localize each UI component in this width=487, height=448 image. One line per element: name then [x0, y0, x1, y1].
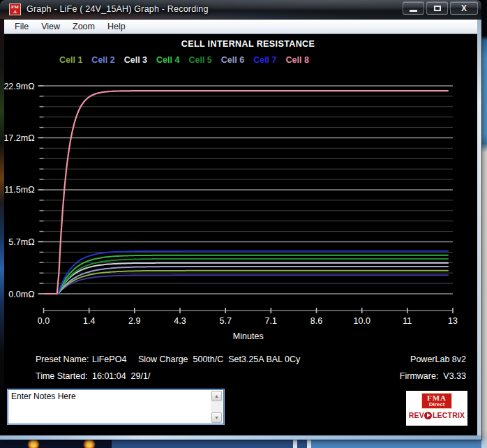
- x-axis-label: 10.0: [354, 316, 370, 326]
- close-icon: X: [461, 3, 467, 13]
- x-axis-label: 5.7: [220, 316, 232, 326]
- revolectrix-arrow-icon: [424, 412, 432, 419]
- series-line-cell-7: [44, 275, 449, 294]
- x-axis-label: 8.6: [310, 316, 322, 326]
- title-bar[interactable]: FM A Graph - LiFe ( 24V_15AH) Graph - Re…: [0, 0, 481, 20]
- y-axis-label: 11.5mΩ: [4, 185, 34, 195]
- minimize-icon: [410, 10, 417, 12]
- x-axis-title: Minutes: [233, 331, 264, 341]
- device-name: PowerLab 8v2: [410, 354, 466, 364]
- minimize-button[interactable]: [403, 1, 424, 15]
- x-axis-label: 4.3: [174, 316, 186, 326]
- maximize-button[interactable]: [426, 1, 448, 15]
- brand-logo: FMA Direct REV LECTRIX: [406, 391, 467, 426]
- x-axis-label: 1.4: [83, 316, 95, 326]
- y-axis-label: 17.2mΩ: [4, 133, 35, 143]
- window-title: Graph - LiFe ( 24V_15AH) Graph - Recordi…: [27, 4, 209, 14]
- menu-zoom[interactable]: Zoom: [66, 20, 101, 33]
- window-frame-bottom: [0, 435, 481, 440]
- series-line-cell-3: [44, 263, 449, 294]
- window-frame-right: [477, 20, 481, 435]
- brand-text-left: REV: [409, 411, 424, 419]
- app-window: FM A Graph - LiFe ( 24V_15AH) Graph - Re…: [0, 0, 481, 440]
- notes-input[interactable]: Enter Notes Here: [8, 390, 223, 424]
- taskbar-strip: [0, 440, 487, 448]
- graph-client-area: CELL INTERNAL RESISTANCE Cell 1Cell 2Cel…: [4, 34, 477, 435]
- x-axis-label: 2.9: [128, 316, 140, 326]
- y-axis-label: 0.0mΩ: [8, 290, 34, 299]
- preset-name-value: LiFePO4: [92, 354, 126, 364]
- firmware-value: V3.33: [443, 371, 466, 381]
- maximize-icon: [434, 6, 441, 11]
- y-axis-label: 22.9mΩ: [4, 82, 35, 91]
- revolectrix-wordmark: REV LECTRIX: [409, 411, 465, 419]
- x-axis-label: 11: [403, 316, 412, 326]
- x-axis-label: 0.0: [38, 316, 50, 326]
- x-axis-label: 7.1: [265, 316, 277, 326]
- menu-bar: File View Zoom Help: [4, 20, 477, 34]
- menu-help[interactable]: Help: [101, 20, 132, 33]
- x-axis-label: 13: [448, 316, 458, 326]
- preset-name-label: Preset Name:: [36, 354, 89, 364]
- menu-view[interactable]: View: [35, 20, 66, 33]
- app-icon: FM A: [9, 3, 21, 15]
- time-started-label: Time Started:: [36, 371, 88, 381]
- close-button[interactable]: X: [450, 1, 478, 15]
- time-started-value: 16:01:04 29/1/: [92, 371, 150, 381]
- scroll-down-icon[interactable]: ▼: [211, 412, 222, 423]
- app-icon-text-bottom: A: [10, 10, 20, 15]
- scroll-up-icon[interactable]: ▲: [211, 391, 222, 401]
- series-line-cell-1: [44, 271, 449, 294]
- window-controls: X: [403, 1, 478, 15]
- desktop-background-right: [481, 0, 487, 448]
- fma-direct-badge: FMA Direct: [421, 393, 452, 409]
- notes-box: Enter Notes Here ▲ ▼: [8, 389, 224, 424]
- fma-badge-subtext: Direct: [427, 402, 447, 408]
- y-axis-label: 5.7mΩ: [8, 237, 34, 247]
- notes-scrollbar[interactable]: ▲ ▼: [211, 391, 223, 423]
- preset-detail: Slow Charge 500th/C Set3.25A BAL 0Cy: [138, 354, 300, 364]
- firmware-label: Firmware:: [400, 371, 439, 381]
- firmware-line: Firmware: V3.33: [400, 371, 466, 381]
- brand-text-right: LECTRIX: [433, 411, 465, 419]
- menu-file[interactable]: File: [8, 20, 35, 33]
